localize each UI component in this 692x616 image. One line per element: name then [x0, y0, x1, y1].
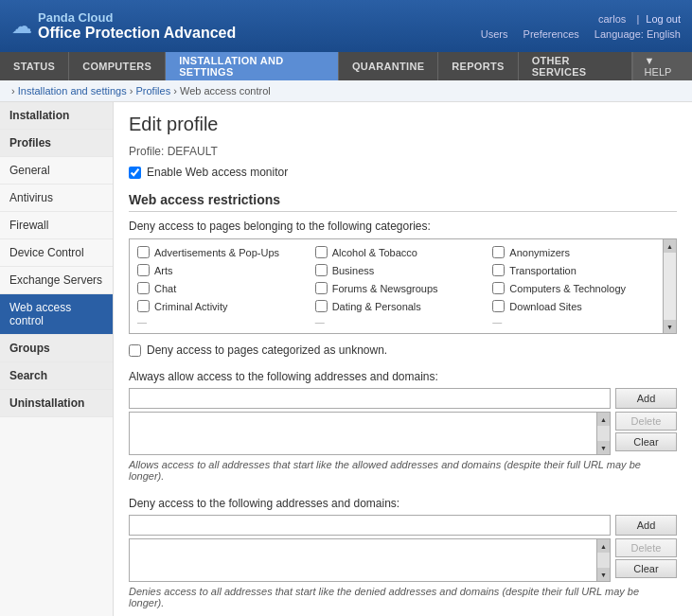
unknown-row: Deny access to pages categorized as unkn… — [129, 343, 677, 357]
allow-section: Always allow access to the following add… — [129, 370, 677, 482]
deny-address-input[interactable] — [129, 515, 611, 536]
categories-box: Advertisements & Pop-Ups Alcohol & Tobac… — [129, 238, 677, 334]
sidebar-item-antivirus[interactable]: Antivirus — [0, 185, 113, 212]
category-checkbox-arts[interactable] — [137, 264, 150, 276]
allow-textarea-scrollbar[interactable]: ▲ ▼ — [596, 413, 610, 454]
category-label-forums: Forums & Newsgroups — [332, 283, 438, 294]
page-title: Edit profile — [129, 114, 677, 135]
category-item-business: Business — [308, 261, 486, 279]
category-label-computers: Computers & Technology — [509, 283, 626, 294]
deny-note: Denies access to all addresses that star… — [129, 586, 677, 608]
unknown-checkbox[interactable] — [129, 344, 141, 357]
tab-installation[interactable]: INSTALLATION AND SETTINGS — [166, 52, 339, 80]
deny-categories-label: Deny access to pages belonging to the fo… — [129, 220, 677, 233]
sidebar: Installation Profiles General Antivirus … — [0, 102, 114, 616]
deny-add-button[interactable]: Add — [615, 515, 677, 536]
category-checkbox-alcohol[interactable] — [315, 246, 328, 258]
sidebar-item-exchange-servers[interactable]: Exchange Servers — [0, 267, 113, 294]
allow-scroll-up-icon[interactable]: ▲ — [597, 413, 610, 426]
tab-other-services[interactable]: OTHER SERVICES — [519, 52, 632, 80]
preferences-link[interactable]: Preferences — [523, 28, 579, 40]
deny-textarea[interactable] — [130, 539, 596, 581]
enable-monitor-label: Enable Web access monitor — [147, 166, 288, 179]
scroll-up-icon[interactable]: ▲ — [664, 239, 676, 253]
category-item-anonymizers: Anonymizers — [485, 243, 663, 261]
allow-label: Always allow access to the following add… — [129, 370, 677, 383]
allow-note: Allows access to all addresses that star… — [129, 459, 677, 482]
category-checkbox-anonymizers[interactable] — [492, 246, 505, 258]
deny-delete-button[interactable]: Delete — [615, 538, 677, 557]
category-label-alcohol: Alcohol & Tobacco — [332, 247, 417, 258]
logo: Panda Cloud Office Protection Advanced — [38, 10, 236, 42]
more-indicator-2: — — [308, 315, 486, 329]
category-item-criminal: Criminal Activity — [130, 297, 308, 315]
category-checkbox-ads[interactable] — [137, 246, 150, 258]
categories-scrollbar[interactable]: ▲ ▼ — [663, 239, 676, 333]
language-selector[interactable]: Language: English — [594, 28, 681, 40]
category-label-dating: Dating & Personals — [332, 301, 421, 312]
tab-computers[interactable]: COMPUTERS — [69, 52, 166, 80]
deny-scroll-track — [597, 553, 610, 568]
sidebar-item-uninstallation[interactable]: Uninstallation — [0, 390, 113, 417]
scroll-down-icon[interactable]: ▼ — [664, 320, 676, 333]
category-checkbox-download[interactable] — [492, 300, 505, 312]
user-links: carlos | Log out — [594, 13, 681, 25]
logout-link[interactable]: Log out — [646, 13, 681, 25]
sidebar-item-general[interactable]: General — [0, 157, 113, 185]
category-label-criminal: Criminal Activity — [154, 301, 228, 312]
help-tab[interactable]: ▼ HELP — [632, 52, 692, 80]
sidebar-item-web-access[interactable]: Web access control — [0, 294, 113, 335]
category-item-chat: Chat — [130, 279, 308, 297]
allow-delete-button[interactable]: Delete — [615, 412, 677, 431]
tab-status[interactable]: STATUS — [0, 52, 69, 80]
sidebar-item-search[interactable]: Search — [0, 362, 113, 390]
breadcrumb-installation[interactable]: Installation and settings — [18, 85, 127, 97]
sidebar-item-groups[interactable]: Groups — [0, 335, 113, 362]
sidebar-item-device-control[interactable]: Device Control — [0, 239, 113, 267]
breadcrumb: › Installation and settings › Profiles ›… — [0, 80, 692, 102]
category-checkbox-forums[interactable] — [315, 282, 328, 294]
deny-input-row: Add — [129, 515, 677, 536]
allow-address-input[interactable] — [129, 388, 611, 409]
allow-textarea[interactable] — [130, 413, 596, 454]
category-label-chat: Chat — [154, 283, 176, 294]
tab-reports[interactable]: REPORTS — [438, 52, 518, 80]
allow-clear-button[interactable]: Clear — [615, 432, 677, 451]
category-item-alcohol: Alcohol & Tobacco — [308, 243, 486, 261]
restrictions-title: Web access restrictions — [129, 192, 677, 212]
logo-line2: Office Protection Advanced — [38, 25, 236, 42]
category-checkbox-business[interactable] — [315, 264, 328, 276]
sidebar-item-profiles[interactable]: Profiles — [0, 130, 113, 157]
breadcrumb-current: Web access control — [180, 85, 271, 97]
enable-monitor-checkbox[interactable] — [129, 167, 141, 179]
deny-clear-button[interactable]: Clear — [615, 559, 677, 578]
allow-add-button[interactable]: Add — [615, 388, 677, 409]
category-checkbox-transportation[interactable] — [492, 264, 505, 276]
profile-label: Profile: DEFAULT — [129, 145, 677, 158]
users-link[interactable]: Users — [481, 28, 508, 40]
unknown-label: Deny access to pages categorized as unkn… — [147, 343, 387, 357]
content-area: Installation Profiles General Antivirus … — [0, 102, 692, 616]
tab-quarantine[interactable]: QUARANTINE — [339, 52, 438, 80]
deny-scroll-down-icon[interactable]: ▼ — [597, 568, 610, 581]
top-header: ☁ Panda Cloud Office Protection Advanced… — [0, 0, 692, 52]
deny-textarea-scrollbar[interactable]: ▲ ▼ — [596, 539, 610, 581]
breadcrumb-icon: › — [11, 85, 15, 97]
category-checkbox-chat[interactable] — [137, 282, 150, 294]
category-item-arts: Arts — [130, 261, 308, 279]
category-checkbox-dating[interactable] — [315, 300, 328, 312]
enable-row: Enable Web access monitor — [129, 166, 677, 179]
top-right-area: carlos | Log out Users Preferences Langu… — [481, 13, 681, 40]
category-checkbox-computers[interactable] — [492, 282, 505, 294]
breadcrumb-profiles[interactable]: Profiles — [136, 85, 171, 97]
sidebar-item-installation[interactable]: Installation — [0, 102, 113, 130]
category-checkbox-criminal[interactable] — [137, 300, 150, 312]
allow-input-row: Add — [129, 388, 677, 409]
allow-scroll-down-icon[interactable]: ▼ — [597, 441, 610, 454]
sidebar-item-firewall[interactable]: Firewall — [0, 212, 113, 239]
logo-line1: Panda Cloud — [38, 10, 236, 25]
more-indicator-3: — — [485, 315, 663, 329]
categories-grid: Advertisements & Pop-Ups Alcohol & Tobac… — [130, 239, 663, 333]
deny-scroll-up-icon[interactable]: ▲ — [597, 539, 610, 553]
category-label-download: Download Sites — [509, 301, 581, 312]
